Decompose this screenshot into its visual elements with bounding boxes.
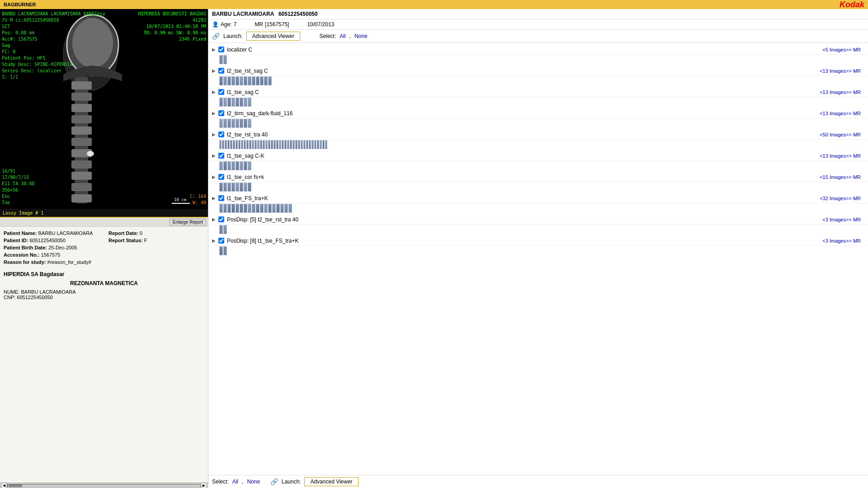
thumb-image[interactable]: [298, 140, 300, 149]
thumb-image[interactable]: [227, 204, 231, 213]
series-expand-arrow[interactable]: ▶: [212, 68, 217, 73]
series-expand-arrow[interactable]: ▶: [212, 47, 217, 52]
thumb-image[interactable]: [231, 183, 235, 192]
thumb-image[interactable]: [227, 98, 231, 107]
thumb-image[interactable]: [240, 76, 243, 85]
thumb-image[interactable]: [244, 140, 246, 149]
thumb-image[interactable]: [223, 119, 227, 128]
thumb-image[interactable]: [244, 119, 247, 128]
thumb-image[interactable]: [236, 119, 239, 128]
thumb-image[interactable]: [231, 76, 235, 85]
series-checkbox[interactable]: [218, 174, 224, 180]
thumb-image[interactable]: [231, 119, 235, 128]
thumb-image[interactable]: [284, 204, 288, 213]
report-hscroll-bar[interactable]: ◀ ▶: [0, 483, 208, 488]
thumb-image[interactable]: [219, 204, 223, 213]
thumb-image[interactable]: [219, 98, 223, 107]
thumb-image[interactable]: [240, 98, 243, 107]
thumb-image[interactable]: [225, 140, 227, 149]
thumb-image[interactable]: [238, 140, 241, 149]
series-checkbox[interactable]: [218, 47, 224, 52]
thumb-image[interactable]: [230, 140, 232, 149]
series-expand-arrow[interactable]: ▶: [212, 238, 217, 243]
report-scroll-container[interactable]: Patient Name: BARBU LACRAMIOARA Patient …: [0, 227, 208, 483]
thumb-image[interactable]: [306, 140, 308, 149]
thumb-image[interactable]: [236, 183, 239, 192]
enlarge-report-button[interactable]: Enlarge Report: [170, 219, 206, 225]
thumb-image[interactable]: [268, 204, 272, 213]
advanced-viewer-button-bottom[interactable]: Advanced Viewer: [304, 477, 358, 486]
thumb-image[interactable]: [236, 98, 239, 107]
thumb-image[interactable]: [244, 204, 247, 213]
thumb-image[interactable]: [219, 76, 223, 85]
thumb-image[interactable]: [223, 55, 227, 64]
thumb-image[interactable]: [276, 140, 278, 149]
thumb-image[interactable]: [246, 140, 249, 149]
thumb-image[interactable]: [249, 140, 251, 149]
thumb-image[interactable]: [248, 161, 251, 170]
thumb-image[interactable]: [256, 204, 259, 213]
thumb-image[interactable]: [223, 76, 227, 85]
thumb-image[interactable]: [290, 140, 292, 149]
thumb-image[interactable]: [271, 140, 273, 149]
thumb-image[interactable]: [320, 140, 322, 149]
thumb-image[interactable]: [260, 204, 264, 213]
thumb-image[interactable]: [272, 204, 276, 213]
hscroll-thumb[interactable]: [9, 484, 22, 487]
select-all-link-bottom[interactable]: All: [232, 479, 238, 485]
advanced-viewer-button-top[interactable]: Advanced Viewer: [246, 32, 300, 41]
thumb-image[interactable]: [268, 76, 272, 85]
thumb-image[interactable]: [244, 76, 247, 85]
thumb-image[interactable]: [276, 204, 280, 213]
thumb-image[interactable]: [227, 183, 231, 192]
thumb-image[interactable]: [265, 140, 268, 149]
thumb-image[interactable]: [244, 98, 247, 107]
thumb-image[interactable]: [236, 161, 239, 170]
thumb-image[interactable]: [264, 204, 268, 213]
series-checkbox[interactable]: [218, 89, 224, 95]
series-expand-arrow[interactable]: ▶: [212, 132, 217, 137]
thumb-image[interactable]: [240, 183, 243, 192]
series-checkbox[interactable]: [218, 131, 224, 137]
series-checkbox[interactable]: [218, 110, 224, 116]
thumb-image[interactable]: [244, 183, 247, 192]
thumb-image[interactable]: [309, 140, 311, 149]
hscroll-left-button[interactable]: ◀: [1, 483, 7, 488]
thumb-image[interactable]: [295, 140, 297, 149]
series-checkbox[interactable]: [218, 216, 224, 222]
thumb-image[interactable]: [280, 204, 284, 213]
thumb-image[interactable]: [227, 76, 231, 85]
thumb-image[interactable]: [223, 161, 227, 170]
thumb-image[interactable]: [248, 98, 251, 107]
thumb-image[interactable]: [301, 140, 303, 149]
series-checkbox[interactable]: [218, 238, 224, 244]
thumb-image[interactable]: [219, 183, 223, 192]
thumb-image[interactable]: [219, 225, 223, 234]
select-none-link-top[interactable]: None: [354, 33, 368, 39]
thumb-image[interactable]: [292, 140, 295, 149]
thumb-image[interactable]: [322, 140, 325, 149]
series-expand-arrow[interactable]: ▶: [212, 174, 217, 179]
thumb-image[interactable]: [240, 119, 243, 128]
thumb-image[interactable]: [287, 140, 289, 149]
thumb-image[interactable]: [244, 161, 247, 170]
thumb-image[interactable]: [248, 119, 251, 128]
select-all-link-top[interactable]: All: [340, 33, 345, 39]
thumb-image[interactable]: [260, 76, 264, 85]
thumb-image[interactable]: [255, 140, 257, 149]
thumb-image[interactable]: [248, 76, 251, 85]
thumb-image[interactable]: [236, 76, 239, 85]
series-expand-arrow[interactable]: ▶: [212, 217, 217, 222]
thumb-image[interactable]: [223, 183, 227, 192]
series-checkbox[interactable]: [218, 153, 224, 159]
thumb-image[interactable]: [303, 140, 306, 149]
hscroll-right-button[interactable]: ▶: [201, 483, 207, 488]
series-expand-arrow[interactable]: ▶: [212, 196, 217, 201]
thumb-image[interactable]: [252, 204, 255, 213]
thumb-image[interactable]: [231, 204, 235, 213]
thumb-image[interactable]: [227, 161, 231, 170]
thumb-image[interactable]: [223, 98, 227, 107]
thumb-image[interactable]: [263, 140, 265, 149]
thumb-image[interactable]: [223, 246, 227, 255]
series-expand-arrow[interactable]: ▶: [212, 111, 217, 116]
